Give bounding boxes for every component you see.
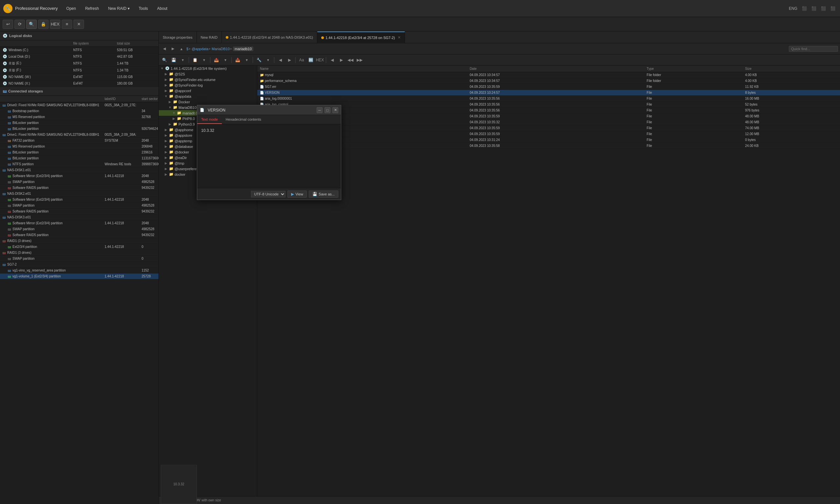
detail-row[interactable]: 📁mysql 04.09.2023 10:34:57 File folder 4… — [257, 72, 840, 78]
storage-row[interactable]: 🖴MS Reserved partition 206848 16.00 MB — [0, 144, 159, 149]
br-copy-path-arrow[interactable]: ▾ — [200, 56, 208, 64]
br-save[interactable]: 💾 — [169, 56, 178, 64]
br-more1[interactable]: ◀ — [328, 56, 336, 64]
crumb-mariadb10[interactable]: MariaDB10 — [212, 47, 230, 51]
toolbar-btn-back[interactable]: ↩ — [3, 20, 13, 29]
storage-row[interactable]: 🖴SWAP partition 4982528 2.00 GB — [0, 179, 159, 185]
br-import[interactable]: 📥 — [233, 56, 242, 64]
menu-open[interactable]: Open — [63, 5, 79, 12]
br-prev[interactable]: ◀ — [276, 56, 284, 64]
logical-disk-row[interactable]: 💿로컬 (F:) NTFS 1.34 TB — [0, 67, 158, 74]
tab-sg7-close[interactable]: ✕ — [398, 35, 401, 40]
br-more3[interactable]: ◀◀ — [346, 56, 355, 64]
addr-back-btn[interactable]: ◀ — [161, 45, 168, 52]
toolbar-btn-refresh[interactable]: ⟳ — [14, 20, 25, 29]
toolbar-btn-close[interactable]: ✕ — [73, 20, 84, 29]
storage-row[interactable]: 🖴Ext2/3/4 partition 1.44.1-42218 0 2.38 … — [0, 244, 159, 250]
br-copy-path[interactable]: 📋 — [191, 56, 199, 64]
menu-tools[interactable]: Tools — [136, 5, 151, 12]
dialog-saveas-btn[interactable]: 💾 Save as... — [309, 191, 338, 198]
tree-item[interactable]: ▶ 📁 @S2S — [159, 71, 257, 77]
br-search[interactable]: 🔍 — [160, 56, 169, 64]
br-tools-arrow[interactable]: ▾ — [264, 56, 272, 64]
storage-row[interactable]: 🖴BitLocker partition 1131673600 1.34 TB — [0, 156, 159, 161]
storage-row[interactable]: 🖴Drive0: Fixed NVMe RAID SAMSUNG MZVL22T… — [0, 102, 159, 108]
dialog-tab-text[interactable]: Text mode — [197, 115, 222, 124]
storage-row[interactable]: 🖴Software RAID5 partition 9439232 5.41 G… — [0, 185, 159, 191]
br-tools[interactable]: 🔧 — [255, 56, 263, 64]
logical-disk-row[interactable]: 💿Windows (C:) NTFS 539.51 GB — [0, 47, 158, 53]
encoding-select[interactable]: UTF-8 Unicode — [251, 191, 285, 197]
storage-row[interactable]: 🖴NAS-DISK3.e01 10.00 GB — [0, 214, 159, 220]
storage-row[interactable]: 🖴Software RAID5 partition 9439232 5.41 G… — [0, 232, 159, 238]
crumb-appdata[interactable]: @appdata — [192, 47, 208, 51]
quick-find-input[interactable] — [789, 46, 838, 52]
storage-row[interactable]: 🖴Software Mirror (Ext2/3/4) partition 1.… — [0, 197, 159, 203]
storage-row[interactable]: 🖴BitLocker partition 926794624 1.44 TB — [0, 126, 159, 132]
br-next[interactable]: ▶ — [285, 56, 294, 64]
detail-row[interactable]: 📁performance_schema 04.09.2023 10:34:57 … — [257, 78, 840, 84]
logical-disk-row[interactable]: 💿로컬 (E:) NTFS 1.44 TB — [0, 60, 158, 67]
logical-disk-row[interactable]: 💿Local Disk (D:) NTFS 442.87 GB — [0, 53, 158, 60]
tab-nas-disk3[interactable]: 1.44.1-42218 (Ext2/3/4 at 2048 on NAS-DI… — [222, 32, 317, 43]
dialog-minimize-btn[interactable]: ─ — [317, 107, 322, 113]
br-text[interactable]: 🔤 — [307, 56, 315, 64]
tab-new-raid[interactable]: New RAID — [197, 32, 222, 43]
storage-row[interactable]: 🖴SG7-2 10.81 GB — [0, 262, 159, 268]
detail-row[interactable]: 📄tc.log 04.09.2023 10:35:58 File 24.00 K… — [257, 143, 840, 149]
crumb-root[interactable]: $ — [186, 47, 188, 51]
toolbar-btn-list[interactable]: ≡ — [62, 20, 72, 29]
toolbar-btn-hex[interactable]: HEX — [50, 20, 60, 29]
storage-row[interactable]: 🖴Software RAID5 partition 9439232 5.41 G… — [0, 209, 159, 214]
br-export[interactable]: 📤 — [212, 56, 221, 64]
storage-row[interactable]: 🖴BitLocker partition — [0, 120, 159, 126]
storage-row[interactable]: 🖴Software Mirror (Ext2/3/4) partition 1.… — [0, 220, 159, 226]
addr-forward-btn[interactable]: ▶ — [169, 45, 177, 52]
tree-item[interactable]: ▶ 📁 @appconf — [159, 88, 257, 93]
dialog-view-btn[interactable]: ▶ View — [287, 191, 307, 198]
toolbar-btn-search[interactable]: 🔍 — [26, 20, 37, 29]
detail-row[interactable]: 📄ib_buffer_pool 04.09.2023 10:35:56 File… — [257, 108, 840, 113]
tab-sg7[interactable]: 1.44.1-42218 (Ext2/3/4 at 25728 on SG7-2… — [317, 32, 405, 43]
storage-row[interactable]: 🖴Bootstrap partition 34 15.98 MB — [0, 108, 159, 114]
menu-refresh[interactable]: Refresh — [82, 5, 102, 12]
br-hex-mode[interactable]: HEX — [316, 56, 324, 64]
storage-row[interactable]: 🖴vg1-vino_vg_reserved_area partition 115… — [0, 268, 159, 273]
detail-row[interactable]: 📄VERSION 04.09.2023 10:24:57 File 8 byte… — [257, 90, 840, 96]
detail-row[interactable]: 📄ib_logfile1 04.09.2023 10:35:32 File 48… — [257, 119, 840, 125]
tree-item[interactable]: ▶ 📁 Docker — [159, 99, 257, 105]
dialog-tab-hex[interactable]: Hexadecimal contents — [222, 115, 265, 124]
storage-row[interactable]: 🖴SWAP partition 4982528 2.00 GB — [0, 226, 159, 232]
storage-row[interactable]: 🖴SWAP partition 0 2.00 GB — [0, 256, 159, 262]
storage-row[interactable]: 🖴NTFS partition Windows RE tools 3998873… — [0, 161, 159, 167]
logical-disk-row[interactable]: 💿NO NAME (W:) ExFAT 115.00 GB — [0, 74, 158, 80]
detail-row[interactable]: 📄ibdata1 04.09.2023 10:35:59 File 74.00 … — [257, 125, 840, 131]
storage-row[interactable]: 🖴Drive1: Fixed NVMe RAID SAMSUNG MZVL22T… — [0, 132, 159, 138]
storage-row[interactable]: 🖴SWAP partition 4982528 2.00 GB — [0, 203, 159, 209]
menu-newraid[interactable]: New RAID ▾ — [105, 5, 133, 12]
br-export-arrow[interactable]: ▾ — [221, 56, 230, 64]
detail-row[interactable]: 📄aria_log.00000001 04.09.2023 10:35:56 F… — [257, 96, 840, 102]
storage-row[interactable]: 🖴vg1-volume_1 (Ext2/3/4) partition 1.44.… — [0, 273, 159, 280]
tab-storage-props[interactable]: Storage properties — [159, 32, 197, 43]
logical-disk-row[interactable]: 💿NO NAME (X:) ExFAT 180.00 GB — [0, 80, 158, 87]
storage-row[interactable]: 🖴MS Reserved partition 32768 442.87 GB — [0, 114, 159, 120]
br-aa[interactable]: Aa — [297, 56, 306, 64]
br-more2[interactable]: ▶ — [337, 56, 346, 64]
storage-row[interactable]: 🖴RAID1 (3 drives) 2.00 GB — [0, 250, 159, 256]
addr-up-btn[interactable]: ▲ — [178, 45, 185, 52]
detail-row[interactable]: 📄multi-master.info 04.09.2023 10:31:24 F… — [257, 137, 840, 143]
dialog-maximize-btn[interactable]: □ — [325, 107, 330, 113]
storage-row[interactable]: 🖴RAID1 (3 drives) 2.00 GB — [0, 238, 159, 244]
detail-row[interactable]: 📄SG7.err 04.09.2023 10:35:59 File 11.92 … — [257, 84, 840, 90]
br-save-arrow[interactable]: ▾ — [178, 56, 187, 64]
tree-item[interactable]: ▼ 💿 1.44.1-42218 (Ext2/3/4 file system) — [159, 66, 257, 71]
tree-item[interactable]: ▼ 📁 @appdata — [159, 93, 257, 99]
storage-row[interactable]: 🖴Software Mirror (Ext2/3/4) partition 1.… — [0, 173, 159, 179]
dialog-close-btn[interactable]: ✕ — [332, 107, 338, 113]
tree-item[interactable]: ▶ 📁 @SynoFinder-log — [159, 82, 257, 88]
detail-row[interactable]: 📄ibtmp1 04.09.2023 10:35:59 File 12.00 M… — [257, 131, 840, 137]
br-import-arrow[interactable]: ▾ — [243, 56, 251, 64]
storage-row[interactable]: 🖴NAS-DISK2.e01 10.00 GB — [0, 191, 159, 197]
storage-row[interactable]: 🖴BitLocker partition 239616 539.51 GB — [0, 149, 159, 156]
